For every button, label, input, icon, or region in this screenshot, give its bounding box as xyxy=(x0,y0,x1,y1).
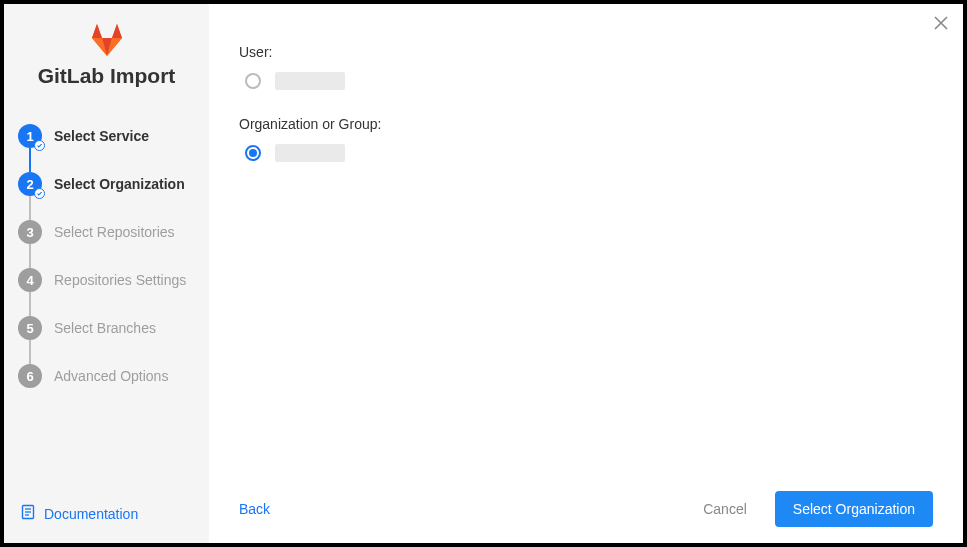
import-dialog: GitLab Import 1 Select Service 2 xyxy=(4,4,963,543)
wizard-sidebar: GitLab Import 1 Select Service 2 xyxy=(4,4,209,543)
org-option[interactable] xyxy=(239,144,933,162)
step-number: 2 xyxy=(18,172,42,196)
step-label: Repositories Settings xyxy=(54,272,186,288)
step-repositories-settings: 4 Repositories Settings xyxy=(18,256,195,304)
step-label: Select Service xyxy=(54,128,149,144)
step-number: 5 xyxy=(18,316,42,340)
logo-area: GitLab Import xyxy=(18,22,195,88)
content-area: User: Organization or Group: xyxy=(239,44,933,475)
step-select-organization[interactable]: 2 Select Organization xyxy=(18,160,195,208)
select-organization-button[interactable]: Select Organization xyxy=(775,491,933,527)
org-label: Organization or Group: xyxy=(239,116,933,132)
cancel-button[interactable]: Cancel xyxy=(703,501,747,517)
dialog-footer: Back Cancel Select Organization xyxy=(239,475,933,527)
step-connector xyxy=(29,292,31,316)
step-label: Select Repositories xyxy=(54,224,175,240)
step-label: Select Organization xyxy=(54,176,185,192)
main-panel: User: Organization or Group: Back Cancel… xyxy=(209,4,963,543)
documentation-link[interactable]: Documentation xyxy=(18,500,195,527)
dialog-title: GitLab Import xyxy=(38,64,176,88)
check-icon xyxy=(34,140,45,151)
step-connector xyxy=(29,244,31,268)
step-number: 4 xyxy=(18,268,42,292)
radio-org[interactable] xyxy=(245,145,261,161)
step-connector xyxy=(29,340,31,364)
user-label: User: xyxy=(239,44,933,60)
step-select-service[interactable]: 1 Select Service xyxy=(18,112,195,160)
step-number: 6 xyxy=(18,364,42,388)
wizard-steps: 1 Select Service 2 Select Organization xyxy=(18,112,195,500)
documentation-label: Documentation xyxy=(44,506,138,522)
step-connector xyxy=(29,148,31,172)
org-name-redacted xyxy=(275,144,345,162)
step-connector xyxy=(29,196,31,220)
step-select-branches: 5 Select Branches xyxy=(18,304,195,352)
document-icon xyxy=(20,504,44,523)
gitlab-icon xyxy=(89,22,125,58)
user-name-redacted xyxy=(275,72,345,90)
close-icon[interactable] xyxy=(933,14,949,34)
radio-user[interactable] xyxy=(245,73,261,89)
step-select-repositories: 3 Select Repositories xyxy=(18,208,195,256)
step-number: 1 xyxy=(18,124,42,148)
step-label: Select Branches xyxy=(54,320,156,336)
check-icon xyxy=(34,188,45,199)
step-label: Advanced Options xyxy=(54,368,168,384)
step-number: 3 xyxy=(18,220,42,244)
step-advanced-options: 6 Advanced Options xyxy=(18,352,195,400)
user-option[interactable] xyxy=(239,72,933,90)
back-button[interactable]: Back xyxy=(239,501,270,517)
